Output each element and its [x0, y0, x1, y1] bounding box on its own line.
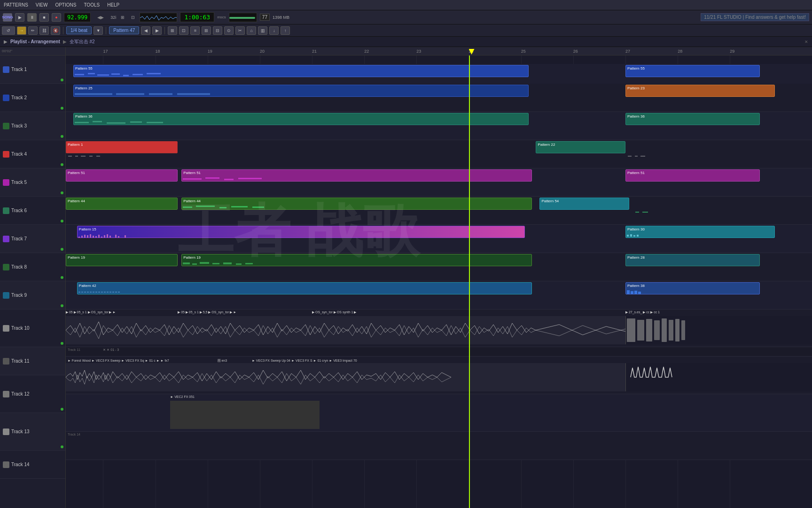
track-label-4[interactable]: Track 4 [0, 140, 65, 168]
pattern-block-3b[interactable]: Pattern 36 [625, 113, 760, 125]
pattern-block-3a[interactable]: Pattern 36 [73, 113, 529, 125]
track-label-6[interactable]: Track 6 [0, 197, 65, 225]
pattern-block-9a[interactable]: Pattern 42 [77, 282, 532, 294]
record-btn[interactable]: ● [52, 13, 61, 22]
tool-g[interactable]: ✂ [235, 26, 245, 35]
track-row-4[interactable]: Pattern 1 Pattern 22 [66, 140, 812, 168]
pattern-block-7b[interactable]: Pattern 30 [625, 226, 775, 238]
pattern-block-9b[interactable]: Pattern 38 [625, 282, 760, 294]
tool-d[interactable]: ⊞ [202, 26, 211, 35]
track-color-10[interactable] [3, 325, 9, 332]
tool-i[interactable]: ▥ [258, 26, 267, 35]
tool-k[interactable]: ↑ [281, 26, 290, 35]
svg-rect-25 [183, 178, 202, 180]
pattern-block-4b[interactable]: Pattern 22 [536, 141, 625, 153]
pattern-next[interactable]: ▶ [152, 26, 162, 35]
track-color-11[interactable] [3, 358, 9, 365]
track-label-14[interactable]: Track 14 [0, 451, 65, 479]
loop-btn[interactable]: ↺ [2, 26, 15, 35]
tool-j[interactable]: ↓ [269, 26, 279, 35]
pattern-block-8c[interactable]: Pattern 28 [625, 254, 760, 266]
help-panel[interactable]: 11/21 FL STUDIO | Find answers & get hel… [701, 13, 809, 21]
track-label-1[interactable]: Track 1 [0, 56, 65, 84]
track-label-5[interactable]: Track 5 [0, 168, 65, 197]
pattern-prev[interactable]: ◀ [141, 26, 150, 35]
track-row-3[interactable]: Pattern 36 Pattern 36 [66, 112, 812, 140]
track-row-7[interactable]: Pattern 15 Pattern 30 [66, 225, 812, 253]
mute-btn[interactable]: 🔇 [51, 26, 60, 35]
tool-a[interactable]: ⊞ [168, 26, 177, 35]
song-mode-btn[interactable]: SONG [3, 13, 12, 22]
pattern-block-1b[interactable]: Pattern 55 [625, 65, 760, 77]
track-row-8[interactable]: Pattern 19 Pattern 19 Pattern 28 [66, 253, 812, 281]
pattern-block-1a[interactable]: Pattern 55 [73, 65, 529, 77]
track-row-10[interactable]: ▶ 05 ▶ 05_s 1 ▶ OS_syn_tor ▶ ► ▶ 05 ▶ 05… [66, 310, 812, 347]
bars-btn[interactable]: ⊞ [119, 15, 126, 20]
track-row-13[interactable]: ► VEC2 FX 051 [66, 394, 812, 432]
track-row-14[interactable]: Track 14 [66, 432, 812, 460]
track-row-9[interactable]: Pattern 42 Pattern 38 [66, 281, 812, 310]
snap-toggle[interactable]: ▼ [94, 26, 103, 35]
tool-f[interactable]: ⊙ [224, 26, 234, 35]
pattern-block-8a[interactable]: Pattern 19 [66, 254, 178, 266]
track-label-9[interactable]: Track 9 [0, 281, 65, 310]
track-label-13[interactable]: Track 13 [0, 413, 65, 451]
track-color-8[interactable] [3, 264, 9, 270]
pattern-block-5b[interactable]: Pattern 51 [181, 169, 532, 182]
pattern-block-4a[interactable]: Pattern 1 [66, 141, 178, 153]
play-btn[interactable]: ▶ [15, 13, 24, 22]
arrow-btn[interactable]: → [17, 26, 26, 35]
track-label-11[interactable]: Track 11 [0, 347, 65, 375]
track-color-6[interactable] [3, 207, 9, 214]
pattern-block-8b[interactable]: Pattern 19 [181, 254, 532, 266]
track-color-13[interactable] [3, 429, 9, 435]
menu-options[interactable]: OPTIONS [53, 1, 78, 8]
tool-h[interactable]: ⌂ [247, 26, 256, 35]
pattern-block-2a[interactable]: Pattern 25 [73, 85, 529, 97]
menu-view[interactable]: VIEW [34, 1, 50, 8]
track-color-7[interactable] [3, 236, 9, 242]
track-color-12[interactable] [3, 391, 9, 397]
menu-tools[interactable]: TOOLS [82, 1, 102, 8]
track-label-3[interactable]: Track 3 [0, 112, 65, 140]
pattern-block-6b[interactable]: Pattern 44 [181, 198, 532, 210]
track-row-11[interactable]: Track 11 ✕ ✕ 01 - 3 [66, 347, 812, 357]
stop-btn[interactable]: ■ [39, 13, 49, 22]
track-label-2[interactable]: Track 2 [0, 84, 65, 112]
track-label-7[interactable]: Track 7 [0, 225, 65, 253]
step-arrows[interactable]: ◀▶ [94, 15, 108, 20]
pattern-block-5a[interactable]: Pattern 51 [66, 169, 178, 182]
track-color-2[interactable] [3, 95, 9, 101]
track-label-12[interactable]: Track 12 [0, 375, 65, 413]
pause-btn[interactable]: ⏸ [27, 13, 37, 22]
track-color-4[interactable] [3, 151, 9, 158]
pattern-block-2b[interactable]: Pattern 23 [625, 85, 775, 97]
pattern-block-6c[interactable]: Pattern 54 [539, 198, 629, 210]
track-color-9[interactable] [3, 292, 9, 299]
tool-e[interactable]: ⊟ [213, 26, 222, 35]
menu-patterns[interactable]: PATTERNS [2, 1, 30, 8]
pattern-block-7a[interactable]: Pattern 15 [77, 226, 525, 238]
track-row-6[interactable]: Pattern 44 Pattern 44 Pattern 54 [66, 197, 812, 225]
track-row-12[interactable]: ► Forest Wood ► VEC3 FX Sweep ► VEC3 FX … [66, 357, 812, 394]
track-label-10[interactable]: Track 10 [0, 310, 65, 347]
beat-snap-display[interactable]: 1/4 beat [66, 26, 92, 34]
pattern-block-5c[interactable]: Pattern 51 [625, 169, 760, 182]
tool-c[interactable]: ≡ [190, 26, 200, 35]
time-display: 1:00:63 [180, 12, 214, 22]
track-color-5[interactable] [3, 179, 9, 186]
pattern-btn[interactable]: ⊡ [129, 15, 137, 20]
menu-help[interactable]: HELP [105, 1, 121, 8]
link-btn[interactable]: ⛓ [39, 26, 49, 35]
svg-rect-39 [87, 235, 88, 238]
tool-b[interactable]: ⊡ [179, 26, 188, 35]
pattern-selector[interactable]: Pattern 47 [109, 26, 139, 34]
track-color-3[interactable] [3, 123, 9, 129]
track-row-2[interactable]: Pattern 25 Pattern 23 [66, 84, 812, 112]
pencil-btn[interactable]: ✏ [28, 26, 38, 35]
track-color-1[interactable] [3, 66, 9, 73]
track-color-14[interactable] [3, 461, 9, 468]
pattern-block-6a[interactable]: Pattern 44 [66, 198, 178, 210]
track-label-8[interactable]: Track 8 [0, 253, 65, 281]
track-row-5[interactable]: Pattern 51 Pattern 51 Pattern 51 [66, 168, 812, 197]
